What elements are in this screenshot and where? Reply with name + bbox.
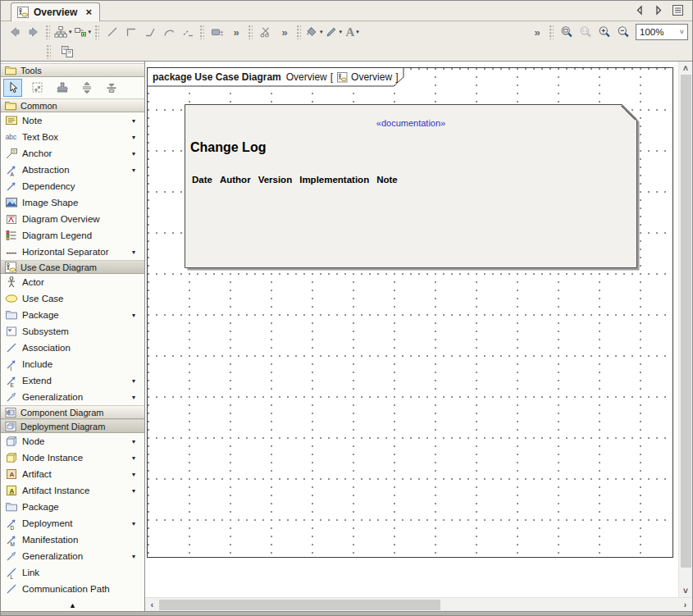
palette-item-link[interactable]: LLink: [1, 564, 144, 581]
dropdown-arrow-icon[interactable]: ▾: [132, 150, 141, 157]
insert-related-elements-button[interactable]: ▾: [73, 23, 93, 41]
palette-item-generalization[interactable]: Generalization▾: [1, 389, 144, 405]
dropdown-arrow-icon[interactable]: ▾: [132, 377, 141, 385]
palette-item-diagram-overview[interactable]: Diagram Overview: [1, 211, 144, 227]
palette-scroll-up-indicator[interactable]: ▲: [1, 602, 144, 609]
palette-item-artifact[interactable]: AArtifact▾: [1, 466, 144, 482]
zoom-in-button[interactable]: [595, 23, 613, 41]
palette-item-manifestation[interactable]: MManifestation: [1, 532, 144, 548]
related-diagrams-button[interactable]: [57, 43, 76, 61]
zoom-to-fit-button[interactable]: [557, 23, 576, 41]
palette-item-actor[interactable]: Actor: [1, 274, 144, 290]
palette-section-common[interactable]: Common: [1, 98, 144, 112]
line-icon: [5, 582, 18, 595]
palette-item-subsystem[interactable]: Subsystem: [1, 323, 144, 340]
dropdown-arrow-icon[interactable]: ▾: [89, 29, 92, 35]
palette-item-anchor[interactable]: Anchor▾: [1, 145, 144, 162]
bent-path-button[interactable]: [140, 23, 159, 41]
palette-item-image-shape[interactable]: Image Shape: [1, 194, 144, 211]
fit-vertical-tool[interactable]: [102, 79, 121, 97]
palette-section-label: Use Case Diagram: [21, 262, 97, 272]
palette-item-text-box[interactable]: abcText Box▾: [1, 129, 144, 145]
dropdown-arrow-icon[interactable]: ▾: [69, 29, 72, 35]
palette-item-association[interactable]: Association: [1, 340, 144, 356]
palette-item-node-instance[interactable]: Node Instance▾: [1, 449, 144, 466]
scroll-left-icon[interactable]: ‹: [145, 598, 159, 611]
vertical-scrollbar[interactable]: ˄ ˅: [678, 62, 692, 597]
palette-item-note[interactable]: Note▾: [1, 112, 144, 129]
horizontal-scrollbar[interactable]: ‹ ›: [145, 597, 692, 611]
nav-forward-button[interactable]: [24, 23, 43, 41]
oblique-path-button[interactable]: [103, 23, 121, 41]
palette-item-package[interactable]: Package: [1, 499, 144, 515]
scroll-right-icon[interactable]: ›: [678, 598, 692, 611]
more-shape-tools-button[interactable]: »: [226, 23, 245, 41]
select-tool[interactable]: [3, 79, 22, 97]
palette-section-tools[interactable]: Tools: [1, 63, 144, 77]
more-edit-tools-button[interactable]: »: [275, 23, 294, 41]
swimlanes-button[interactable]: [207, 23, 226, 41]
dropdown-arrow-icon[interactable]: ▾: [132, 312, 141, 319]
palette-item-extend[interactable]: EExtend▾: [1, 372, 144, 389]
nav-back-button[interactable]: [5, 23, 24, 41]
scroll-up-icon[interactable]: ˄: [679, 62, 693, 75]
palette-item-dependency[interactable]: Dependency: [1, 178, 144, 194]
dropdown-arrow-icon[interactable]: ▾: [132, 117, 141, 125]
zoom-out-button[interactable]: [613, 23, 632, 41]
dropdown-arrow-icon[interactable]: ▾: [132, 471, 141, 478]
close-icon[interactable]: ×: [85, 8, 92, 16]
cut-button[interactable]: [256, 23, 275, 41]
zoom-level-combobox[interactable]: 100%˅: [636, 24, 688, 40]
multi-select-tool[interactable]: [28, 79, 47, 97]
dropdown-arrow-icon[interactable]: ▾: [356, 29, 359, 35]
scroll-tabs-right-icon[interactable]: [653, 4, 664, 16]
palette-item-generalization[interactable]: Generalization▾: [1, 548, 144, 564]
tab-overview[interactable]: Overview ×: [11, 2, 100, 21]
palette-section-deployment-diagram[interactable]: Deployment Diagram: [1, 419, 144, 433]
curved-path-button[interactable]: [159, 23, 178, 41]
fill-color-button[interactable]: ▾: [304, 23, 324, 41]
stamp-tool[interactable]: [52, 79, 71, 97]
toolbar-overflow-button[interactable]: »: [527, 23, 546, 41]
tab-list-icon[interactable]: [672, 4, 684, 16]
vertical-scroll-thumb[interactable]: [681, 75, 691, 568]
dropdown-arrow-icon[interactable]: ▾: [340, 29, 343, 35]
rectilinear-path-button[interactable]: [121, 23, 140, 41]
layout-tree-button[interactable]: ▾: [53, 23, 73, 41]
dropdown-arrow-icon[interactable]: ▾: [320, 29, 323, 35]
palette-item-label: Note: [22, 116, 42, 125]
palette-item-include[interactable]: IInclude: [1, 356, 144, 372]
scroll-down-icon[interactable]: ˅: [679, 584, 693, 597]
dropdown-arrow-icon[interactable]: ▾: [132, 134, 141, 141]
palette-item-abstraction[interactable]: AAbstraction▾: [1, 162, 144, 178]
palette-item-horizontal-separator[interactable]: ----Horizontal Separator▾: [1, 244, 144, 260]
font-button[interactable]: A▾: [343, 23, 362, 41]
dropdown-arrow-icon[interactable]: ▾: [132, 520, 141, 527]
dashed-path-button[interactable]: [178, 23, 197, 41]
palette-item-communication-path[interactable]: Communication Path: [1, 581, 144, 597]
distribute-vertical-tool[interactable]: [77, 79, 96, 97]
diagram-canvas[interactable]: package Use Case Diagram Overview [ Over…: [145, 62, 692, 611]
dropdown-arrow-icon[interactable]: ▾: [132, 553, 141, 560]
dropdown-arrow-icon[interactable]: ▾: [132, 249, 141, 256]
scroll-tabs-left-icon[interactable]: [634, 4, 645, 16]
palette-section-component-diagram[interactable]: Component Diagram: [1, 405, 144, 419]
more-icon: »: [233, 26, 238, 39]
dropdown-arrow-icon[interactable]: ▾: [132, 438, 141, 445]
chevron-down-icon[interactable]: ˅: [680, 28, 684, 36]
dropdown-arrow-icon[interactable]: ▾: [132, 394, 141, 401]
palette-section-use-case-diagram[interactable]: Use Case Diagram: [1, 260, 144, 274]
palette-item-node[interactable]: Node▾: [1, 433, 144, 449]
line-style-button[interactable]: ▾: [324, 23, 344, 41]
palette-item-artifact-instance[interactable]: AArtifact Instance▾: [1, 482, 144, 499]
palette-item-package[interactable]: Package▾: [1, 307, 144, 323]
dropdown-arrow-icon[interactable]: ▾: [132, 167, 141, 174]
dropdown-arrow-icon[interactable]: ▾: [132, 487, 141, 495]
palette-item-use-case[interactable]: Use Case: [1, 290, 144, 307]
documentation-note[interactable]: «documentation» Change Log DateAuthorVer…: [185, 104, 641, 272]
zoom-100-button[interactable]: 1:1: [576, 23, 595, 41]
horizontal-scroll-thumb[interactable]: [159, 600, 440, 610]
dropdown-arrow-icon[interactable]: ▾: [132, 454, 141, 462]
palette-item-diagram-legend[interactable]: Diagram Legend: [1, 227, 144, 244]
palette-item-deployment[interactable]: DDeployment▾: [1, 515, 144, 532]
